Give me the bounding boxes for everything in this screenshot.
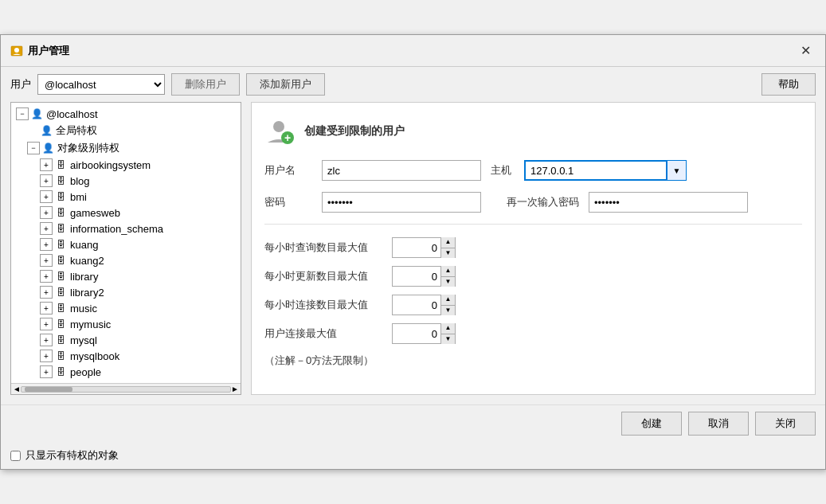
- list-item[interactable]: + mymusic: [14, 316, 237, 332]
- list-item[interactable]: + gamesweb: [14, 205, 237, 221]
- svg-text:+: +: [284, 131, 291, 144]
- max-queries-down-button[interactable]: ▼: [440, 248, 455, 259]
- list-item[interactable]: + mysql: [14, 332, 237, 348]
- list-item[interactable]: + kuang2: [14, 252, 237, 268]
- db-expand-icon[interactable]: +: [40, 206, 53, 219]
- spinbox-buttons: ▲ ▼: [440, 266, 455, 287]
- host-select-wrapper: ▼: [524, 160, 687, 181]
- max-user-conn-up-button[interactable]: ▲: [440, 323, 455, 334]
- tree-panel: － @localhost 全局特权 － 对象级别特权: [10, 102, 241, 395]
- tree-container[interactable]: － @localhost 全局特权 － 对象级别特权: [11, 103, 241, 383]
- db-expand-icon[interactable]: +: [40, 222, 53, 235]
- delete-user-button[interactable]: 删除用户: [171, 73, 240, 96]
- db-expand-icon[interactable]: +: [40, 158, 53, 171]
- db-expand-icon[interactable]: +: [40, 286, 53, 299]
- db-icon: [54, 238, 67, 251]
- host-label: 主机: [491, 163, 515, 178]
- db-expand-icon[interactable]: +: [40, 302, 53, 315]
- show-privileged-checkbox[interactable]: [10, 451, 21, 461]
- help-button[interactable]: 帮助: [761, 73, 816, 96]
- title-bar-left: 用户管理: [10, 44, 69, 58]
- list-item[interactable]: + blog: [14, 173, 237, 189]
- global-privileges-label: 全局特权: [56, 123, 97, 138]
- db-expand-icon[interactable]: +: [40, 318, 53, 330]
- scroll-right-icon[interactable]: ►: [231, 385, 239, 393]
- list-item[interactable]: + library: [14, 268, 237, 284]
- close-window-button[interactable]: ✕: [796, 41, 816, 60]
- scroll-left-icon[interactable]: ◄: [13, 385, 21, 393]
- object-privileges-label: 对象级别特权: [57, 141, 119, 155]
- list-item[interactable]: + mysqlbook: [14, 348, 237, 364]
- max-connections-up-button[interactable]: ▲: [440, 295, 455, 306]
- footer-row: 只显示有特权的对象: [1, 442, 825, 469]
- db-icon: [54, 254, 67, 267]
- max-connections-down-button[interactable]: ▼: [440, 306, 455, 316]
- db-label: music: [70, 303, 97, 315]
- db-expand-icon[interactable]: +: [40, 190, 53, 203]
- list-item[interactable]: + information_schema: [14, 221, 237, 236]
- db-expand-icon[interactable]: +: [40, 350, 53, 362]
- create-button[interactable]: 创建: [621, 412, 682, 436]
- tree-root[interactable]: － @localhost: [14, 106, 237, 122]
- list-item[interactable]: + library2: [14, 284, 237, 300]
- username-host-row: 用户名 主机 ▼: [264, 160, 802, 181]
- max-user-conn-row: 用户连接最大值 0 ▲ ▼: [264, 323, 802, 344]
- db-label: bmi: [70, 191, 87, 203]
- confirm-label: 再一次输入密码: [507, 195, 579, 209]
- tree-global-privileges[interactable]: 全局特权: [14, 122, 237, 139]
- db-label: people: [70, 366, 101, 378]
- db-icon: [54, 158, 67, 171]
- max-queries-row: 每小时查询数目最大值 0 ▲ ▼: [264, 237, 802, 258]
- list-item[interactable]: + kuang: [14, 236, 237, 252]
- obj-priv-icon: [41, 142, 54, 154]
- close-button[interactable]: 关闭: [755, 412, 816, 436]
- root-user-icon: [30, 107, 43, 120]
- db-expand-icon[interactable]: +: [40, 174, 53, 187]
- max-user-conn-input[interactable]: 0: [393, 324, 440, 343]
- scrollbar-track[interactable]: [21, 386, 231, 393]
- list-item[interactable]: + bmi: [14, 189, 237, 205]
- max-user-conn-down-button[interactable]: ▼: [440, 334, 455, 345]
- max-updates-up-button[interactable]: ▲: [440, 266, 455, 277]
- window-title: 用户管理: [28, 44, 69, 58]
- list-item[interactable]: + people: [14, 364, 237, 380]
- db-icon: [54, 286, 67, 299]
- db-label: airbookingsystem: [70, 159, 151, 171]
- cancel-button[interactable]: 取消: [688, 412, 749, 436]
- host-dropdown-button[interactable]: ▼: [667, 160, 687, 181]
- list-item[interactable]: + airbookingsystem: [14, 157, 237, 173]
- db-icon: [54, 318, 67, 330]
- db-icon: [54, 190, 67, 203]
- show-privileged-label: 只显示有特权的对象: [25, 448, 119, 463]
- max-queries-up-button[interactable]: ▲: [440, 237, 455, 248]
- create-user-icon: +: [264, 115, 296, 147]
- db-expand-icon[interactable]: +: [40, 238, 53, 251]
- tree-object-privileges[interactable]: － 对象级别特权: [14, 139, 237, 157]
- divider: [264, 224, 802, 225]
- db-icon: [54, 365, 67, 378]
- db-label: library2: [70, 287, 104, 299]
- form-header-title: 创建受到限制的用户: [304, 124, 405, 139]
- max-connections-input[interactable]: 0: [393, 295, 440, 315]
- db-expand-icon[interactable]: +: [40, 270, 53, 283]
- add-user-button[interactable]: 添加新用户: [246, 73, 325, 96]
- scrollbar-thumb[interactable]: [25, 387, 72, 392]
- db-expand-icon[interactable]: +: [40, 365, 53, 378]
- max-updates-input[interactable]: 0: [393, 267, 440, 286]
- password-input[interactable]: [322, 192, 481, 213]
- list-item[interactable]: + music: [14, 300, 237, 316]
- max-queries-input[interactable]: 0: [393, 238, 440, 257]
- spinbox-buttons: ▲ ▼: [440, 295, 455, 315]
- user-select[interactable]: @localhost: [37, 74, 165, 95]
- tree-horizontal-scrollbar[interactable]: ◄ ►: [11, 383, 241, 394]
- username-input[interactable]: [322, 160, 481, 181]
- max-updates-down-button[interactable]: ▼: [440, 277, 455, 287]
- host-input[interactable]: [524, 160, 667, 181]
- db-expand-icon[interactable]: +: [40, 254, 53, 267]
- tree-root-label: @localhost: [46, 108, 98, 120]
- obj-collapse-icon[interactable]: －: [27, 142, 40, 154]
- root-collapse-icon[interactable]: －: [16, 107, 29, 120]
- confirm-password-input[interactable]: [589, 192, 748, 213]
- password-label: 密码: [264, 195, 312, 209]
- db-expand-icon[interactable]: +: [40, 334, 53, 346]
